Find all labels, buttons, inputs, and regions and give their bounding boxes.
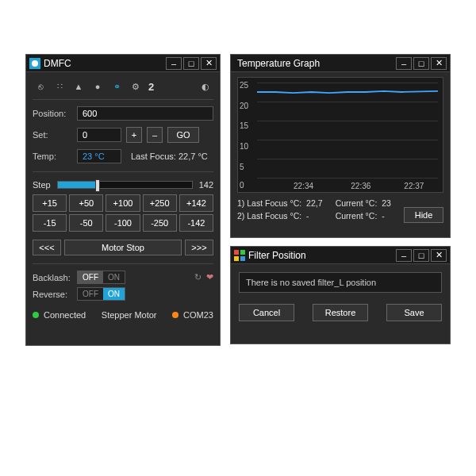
window-title: Temperature Graph <box>237 58 394 69</box>
y-tick: 5 <box>240 163 244 171</box>
connected-label: Connected <box>44 310 86 320</box>
minimize-button[interactable]: – <box>166 57 182 70</box>
toolbar-count: 2 <box>148 81 154 93</box>
power-icon[interactable]: ◐ <box>199 80 212 93</box>
temperature-chart: 25 20 15 10 5 0 22:34 22:36 22:37 <box>237 77 443 193</box>
set-label: Set: <box>33 130 72 140</box>
svg-rect-2 <box>234 250 239 255</box>
backlash-label: Backlash: <box>33 273 72 282</box>
device-icon[interactable]: ⎋ <box>34 80 47 93</box>
message-text: There is no saved filter_L position <box>239 272 442 293</box>
y-tick: 0 <box>240 181 244 190</box>
app-icon <box>29 58 40 69</box>
step-minus-100[interactable]: -100 <box>106 214 140 232</box>
close-button[interactable]: ✕ <box>431 249 447 262</box>
grid-icon[interactable]: ∷ <box>53 80 66 93</box>
last2-val: - <box>306 211 309 221</box>
close-button[interactable]: ✕ <box>431 57 447 70</box>
maximize-button[interactable]: □ <box>183 57 199 70</box>
motor-stop-button[interactable]: Motor Stop <box>64 240 182 255</box>
motor-forward-button[interactable]: >>> <box>185 240 213 255</box>
reverse-label: Reverse: <box>33 290 72 299</box>
step-plus-250[interactable]: +250 <box>143 194 177 212</box>
set-input[interactable]: 0 <box>77 128 121 142</box>
position-value: 600 <box>77 106 213 121</box>
cur2-val: - <box>382 211 385 221</box>
backlash-toggle[interactable]: OFF ON <box>77 271 125 284</box>
y-tick: 20 <box>240 101 248 109</box>
hide-button[interactable]: Hide <box>404 207 443 223</box>
step-label: Step <box>33 180 51 190</box>
close-button[interactable]: ✕ <box>201 57 217 70</box>
step-minus-142[interactable]: -142 <box>179 214 213 232</box>
toolbar: ⎋ ∷ ▲ ● ⚭ ⚙ 2 ◐ <box>33 77 213 100</box>
com-label: COM23 <box>183 310 213 320</box>
set-plus-button[interactable]: + <box>126 127 142 143</box>
motor-type-label: Stepper Motor <box>90 310 167 320</box>
step-plus-142[interactable]: +142 <box>179 194 213 212</box>
position-label: Position: <box>33 109 72 118</box>
x-tick: 22:37 <box>404 182 424 190</box>
step-plus-15[interactable]: +15 <box>33 194 67 212</box>
last1-label: 1) Last Focus °C: <box>237 198 301 208</box>
cur1-val: 23 <box>382 198 391 208</box>
app-icon <box>234 250 245 261</box>
window-title: DMFC <box>44 58 164 69</box>
svg-point-1 <box>32 60 38 67</box>
minimize-button[interactable]: – <box>396 57 412 70</box>
reverse-toggle[interactable]: OFF ON <box>77 287 125 301</box>
motor-rewind-button[interactable]: <<< <box>33 240 61 255</box>
y-tick: 15 <box>240 121 248 130</box>
status-dot-icon <box>33 312 39 318</box>
svg-rect-3 <box>240 250 245 255</box>
cancel-button[interactable]: Cancel <box>239 304 294 321</box>
lastfocus-label: Last Focus: 22,7 °C <box>131 152 208 161</box>
last2-label: 2) Last Focus °C: <box>237 211 301 221</box>
save-button[interactable]: Save <box>386 304 442 321</box>
minimize-button[interactable]: – <box>396 249 412 262</box>
x-tick: 22:36 <box>351 182 370 190</box>
step-buttons: +15 +50 +100 +250 +142 -15 -50 -100 -250… <box>33 194 213 232</box>
step-slider[interactable] <box>57 181 193 189</box>
maximize-button[interactable]: □ <box>413 249 429 262</box>
x-tick: 22:34 <box>294 182 313 190</box>
y-tick: 25 <box>240 80 248 89</box>
maximize-button[interactable]: □ <box>413 57 429 70</box>
step-minus-50[interactable]: -50 <box>69 214 103 232</box>
chart-line <box>257 83 438 178</box>
window-title: Filter Position <box>248 250 394 261</box>
step-minus-250[interactable]: -250 <box>143 214 177 232</box>
svg-rect-5 <box>240 256 245 261</box>
svg-rect-4 <box>234 256 239 261</box>
last1-val: 22,7 <box>306 198 322 208</box>
set-minus-button[interactable]: – <box>147 127 163 143</box>
temp-value: 23 °C <box>77 149 121 163</box>
step-plus-50[interactable]: +50 <box>69 194 103 212</box>
heart-icon[interactable]: ❤ <box>206 272 213 282</box>
refresh-icon[interactable]: ↻ <box>194 272 202 282</box>
cur2-label: Current °C: <box>336 211 378 221</box>
gear-icon[interactable]: ⚙ <box>129 80 142 93</box>
go-button[interactable]: GO <box>167 127 199 143</box>
com-dot-icon <box>172 312 178 318</box>
y-tick: 10 <box>240 142 248 151</box>
up-icon[interactable]: ▲ <box>72 80 85 93</box>
cur1-label: Current °C: <box>336 198 378 208</box>
temp-label: Temp: <box>33 152 72 161</box>
step-value: 142 <box>199 180 213 190</box>
link-icon[interactable]: ⚭ <box>110 80 123 93</box>
step-minus-15[interactable]: -15 <box>33 214 67 232</box>
step-plus-100[interactable]: +100 <box>106 194 140 212</box>
restore-button[interactable]: Restore <box>313 304 368 321</box>
circle-icon[interactable]: ● <box>91 80 104 93</box>
